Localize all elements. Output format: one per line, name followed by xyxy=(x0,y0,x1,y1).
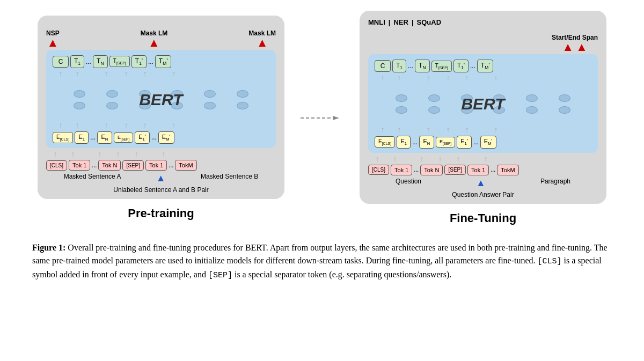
pt-arr1: ↑ xyxy=(53,70,69,78)
ft-raw-tok1: Tok 1 xyxy=(391,165,412,175)
ft-span-arrow1: ▲ xyxy=(562,41,574,53)
ft-out-dots2: ... xyxy=(470,62,475,70)
pt-rawup3: ↑ xyxy=(93,150,107,159)
pt-darr4: ↑ xyxy=(116,121,136,130)
ft-blue-arrow: ▲ xyxy=(476,178,486,189)
ft-emb-EN: EN xyxy=(419,136,434,148)
ft-bert-label: BERT xyxy=(461,95,504,113)
pt-sent-b-label: Masked Sentence B xyxy=(201,173,258,184)
ft-out-TSEP: T[SEP] xyxy=(431,61,452,72)
pt-up-arrows1: ↑ ↑ ↑ ↑ ↑ ↑ xyxy=(53,70,269,78)
pt-out-TMp: TM' xyxy=(155,55,172,68)
pt-emb-dots2: ... xyxy=(151,133,157,142)
ft-raw-tokens: [CLS] Tok 1 ... Tok N [SEP] Tok 1 ... To… xyxy=(368,165,598,175)
ft-raw-dots1: ... xyxy=(414,166,419,174)
pt-arr6: ↑ xyxy=(166,70,182,78)
pt-nn-dot xyxy=(74,102,85,109)
masklm2-arrow: ▲ xyxy=(257,37,268,49)
ft-out-T1p: T1' xyxy=(453,60,469,72)
pt-emb-E1p: E1' xyxy=(135,131,150,144)
pt-darr2: ↑ xyxy=(70,121,84,130)
ft-question-label: Question xyxy=(396,178,421,189)
pt-nn-col1 xyxy=(74,90,85,109)
pt-nn-col6 xyxy=(237,90,248,109)
ft-down-arrows: ↑ ↑ ↑ ↑ ↑ ↑ xyxy=(375,126,591,134)
pt-nn-dot xyxy=(74,90,85,98)
ft-task-sep1: | xyxy=(389,18,391,26)
ft-up-arrows1: ↑ ↑ ↑ ↑ ↑ ↑ xyxy=(375,74,591,83)
pt-raw-tok1p: Tok 1 xyxy=(145,160,167,171)
ft-task-ner: NER xyxy=(393,18,408,26)
ft-task-labels: MNLI | NER | SQuAD xyxy=(368,18,598,26)
pt-output-tokens: C T1 ... TN T[SEP] T1' ... TM' xyxy=(53,55,269,68)
ft-raw-tok1p: Tok 1 xyxy=(467,165,489,175)
masklm2-group: Mask LM ▲ xyxy=(248,30,276,49)
masklm1-arrow: ▲ xyxy=(148,37,160,49)
ft-out-C: C xyxy=(375,60,391,72)
pt-sentence-labels: Masked Sentence A ▲ Masked Sentence B xyxy=(46,173,276,184)
finetuning-box: MNLI | NER | SQuAD Start/End Span ▲ ▲ xyxy=(360,11,606,204)
pt-out-T1: T1 xyxy=(70,55,84,68)
pt-raw-up-arrows: ↑ ↑ ↑ ↑ ↑ ↑ xyxy=(46,150,276,159)
ft-span-arrow2: ▲ xyxy=(576,41,588,53)
ft-out-TMp: TM' xyxy=(477,60,494,72)
ft-emb-E1: E1 xyxy=(397,136,411,148)
main-container: NSP ▲ Mask LM ▲ Mask LM ▲ xyxy=(21,11,623,282)
ft-emb-dots2: ... xyxy=(473,138,479,146)
ft-span-label: Start/End Span xyxy=(552,34,598,41)
ft-bert-box: BERT xyxy=(375,85,591,123)
ft-out-T1: T1 xyxy=(392,60,406,72)
nsp-arrow: ▲ xyxy=(47,37,58,49)
ft-qa-label: Question Answer Pair xyxy=(368,191,598,198)
ft-paragraph-label: Paragraph xyxy=(540,178,570,189)
svg-marker-1 xyxy=(333,116,339,120)
pt-nn-col2 xyxy=(106,90,118,109)
pt-rawup5: ↑ xyxy=(129,150,143,159)
pt-blue-arrow-group: ▲ xyxy=(156,173,166,184)
pt-nn-dot xyxy=(106,90,118,98)
pt-rawup4: ↑ xyxy=(108,150,128,159)
pt-bert-box: BERT xyxy=(53,80,269,119)
pt-arr3: ↑ xyxy=(98,70,114,78)
ft-emb-CLS: E[CLS] xyxy=(375,136,395,148)
pt-top-annotations: NSP ▲ Mask LM ▲ Mask LM ▲ xyxy=(46,23,276,49)
pt-embedding-tokens: E[CLS] E1 ... EN E[SEP] E1' ... EM' xyxy=(53,131,269,144)
pt-emb-EMp: EM' xyxy=(158,131,174,144)
ft-task-mnli: MNLI xyxy=(368,18,385,26)
pt-out-C: C xyxy=(53,56,69,68)
ft-out-TN: TN xyxy=(415,60,430,72)
ft-blue-arrow-group: ▲ xyxy=(476,178,486,189)
pt-rawup2: ↑ xyxy=(66,150,80,159)
ft-emb-E1p: E1' xyxy=(457,136,472,148)
pt-darr3: ↑ xyxy=(98,121,114,130)
pt-emb-CLS: E[CLS] xyxy=(53,132,73,143)
pt-raw-tokens: [CLS] Tok 1 ... Tok N [SEP] Tok 1 ... To… xyxy=(46,160,276,171)
pt-arr2: ↑ xyxy=(70,70,84,78)
ft-emb-dots1: ... xyxy=(412,138,418,146)
ft-raw-tokM: TokM xyxy=(497,165,518,175)
ft-raw-dots2: ... xyxy=(491,166,495,174)
ft-top-annotations: Start/End Span ▲ ▲ xyxy=(368,27,598,53)
pt-out-TN: TN xyxy=(93,55,108,68)
pt-blue-arrow: ▲ xyxy=(156,173,166,184)
pt-out-T1p: T1' xyxy=(131,55,147,68)
ft-span-group: Start/End Span ▲ ▲ xyxy=(552,34,598,53)
pt-darr5: ↑ xyxy=(138,121,152,130)
pt-darr1: ↑ xyxy=(53,121,69,130)
pretraining-section: NSP ▲ Mask LM ▲ Mask LM ▲ xyxy=(38,16,284,221)
ft-raw-tokN: Tok N xyxy=(420,165,443,175)
pt-out-dots2: ... xyxy=(148,57,153,66)
pt-nn-dot xyxy=(237,102,248,109)
pt-out-TSEP: T[SEP] xyxy=(109,56,130,67)
pt-raw-SEP: [SEP] xyxy=(122,160,144,171)
pt-emb-ESEP: E[SEP] xyxy=(114,132,133,143)
pt-raw-dots2: ... xyxy=(169,161,173,170)
ft-embedding-tokens: E[CLS] E1 ... EN E[SEP] E1' ... EM' xyxy=(375,136,591,148)
pretraining-title: Pre-training xyxy=(128,207,194,220)
ft-output-tokens: C T1 ... TN T[SEP] T1' ... TM' xyxy=(375,60,591,72)
ft-span-arrows: ▲ ▲ xyxy=(562,41,588,53)
pt-unlabeled-label: Unlabeled Sentence A and B Pair xyxy=(46,186,276,194)
pt-out-dots1: ... xyxy=(86,57,91,66)
pt-arr5: ↑ xyxy=(138,70,152,78)
pt-sent-a-label: Masked Sentence A xyxy=(64,173,121,184)
